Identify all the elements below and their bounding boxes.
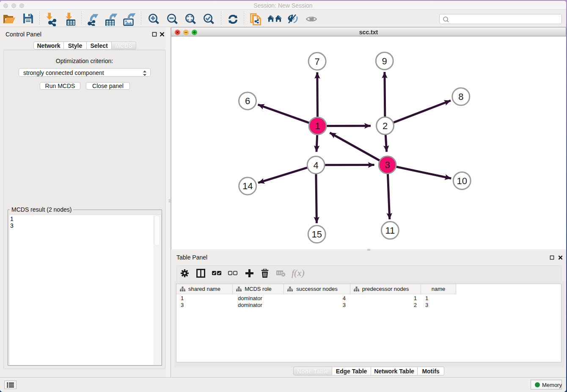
svg-text:11: 11 — [385, 225, 395, 236]
svg-text:4: 4 — [313, 160, 318, 171]
svg-text:2: 2 — [383, 121, 388, 131]
svg-text:7: 7 — [314, 56, 319, 67]
svg-text:15: 15 — [311, 229, 322, 240]
svg-text:8: 8 — [458, 91, 463, 102]
svg-text:3: 3 — [385, 160, 390, 170]
svg-text:6: 6 — [245, 96, 250, 106]
svg-text:1: 1 — [315, 121, 320, 131]
svg-text:9: 9 — [382, 56, 387, 66]
svg-text:10: 10 — [457, 176, 467, 186]
svg-text:14: 14 — [242, 181, 253, 191]
